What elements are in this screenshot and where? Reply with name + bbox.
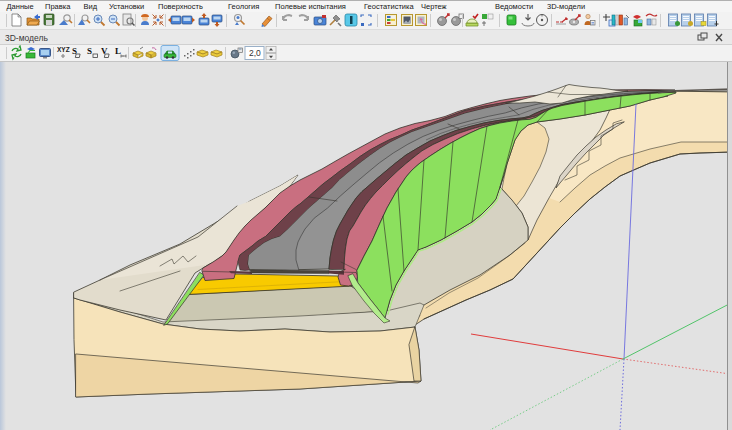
svg-text:XYZ: XYZ <box>57 46 70 53</box>
svg-text:S: S <box>87 46 92 56</box>
svg-text:2,0: 2,0 <box>249 48 261 58</box>
svg-text:V: V <box>101 46 108 56</box>
svg-text:L: L <box>115 46 121 56</box>
